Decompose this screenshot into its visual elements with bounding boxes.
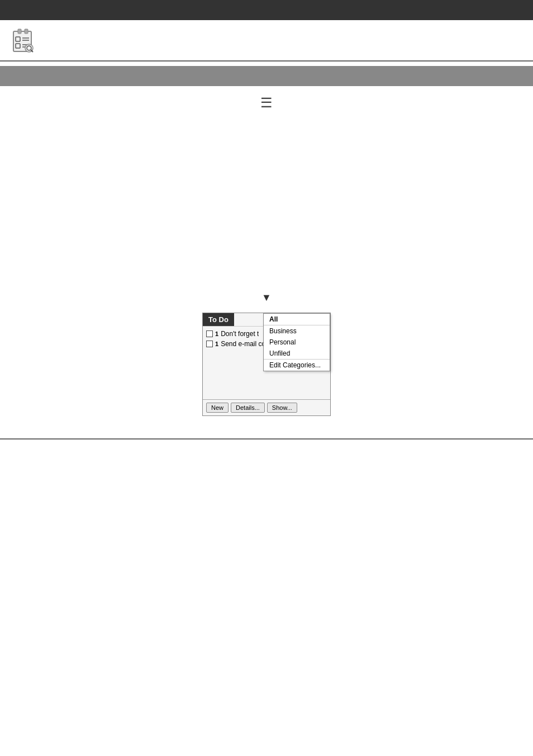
svg-rect-1 [18, 29, 21, 34]
todo-priority-2: 1 [215, 341, 218, 347]
todo-widget: To Do All Business Personal Unfiled Edit… [202, 313, 331, 416]
todo-checkbox-2[interactable] [206, 341, 213, 347]
todo-widget-title: To Do [203, 313, 234, 326]
section-header-bar [0, 66, 533, 86]
app-icon-svg [10, 28, 37, 55]
header-area [0, 20, 533, 60]
todo-dropdown-menu[interactable]: All Business Personal Unfiled Edit Categ… [263, 313, 330, 371]
todo-details-button[interactable]: Details... [231, 403, 265, 413]
dropdown-option-personal[interactable]: Personal [264, 337, 330, 348]
todo-new-button[interactable]: New [206, 403, 229, 413]
dropdown-option-business[interactable]: Business [264, 325, 330, 337]
todo-show-button[interactable]: Show... [267, 403, 297, 413]
todo-bottom-bar: New Details... Show... [203, 399, 330, 415]
todo-text-1: Don't forget t [221, 330, 259, 338]
dropdown-arrow-icon: ▼ [261, 292, 272, 304]
app-icon [9, 27, 38, 56]
content-spacer [0, 120, 533, 287]
svg-rect-2 [25, 29, 28, 34]
dropdown-option-all[interactable]: All [264, 314, 330, 325]
bottom-divider [0, 438, 533, 440]
list-icon-area: ☰ [0, 95, 533, 111]
dropdown-arrow-area: ▼ [0, 292, 533, 304]
list-icon: ☰ [260, 95, 273, 111]
top-bar [0, 0, 533, 20]
dropdown-option-unfiled[interactable]: Unfiled [264, 348, 330, 359]
todo-priority-1: 1 [215, 330, 218, 337]
todo-text-2: Send e-mail co [221, 340, 265, 348]
dropdown-option-edit-categories[interactable]: Edit Categories... [264, 359, 330, 371]
header-divider [0, 60, 533, 62]
todo-checkbox-1[interactable] [206, 330, 213, 337]
